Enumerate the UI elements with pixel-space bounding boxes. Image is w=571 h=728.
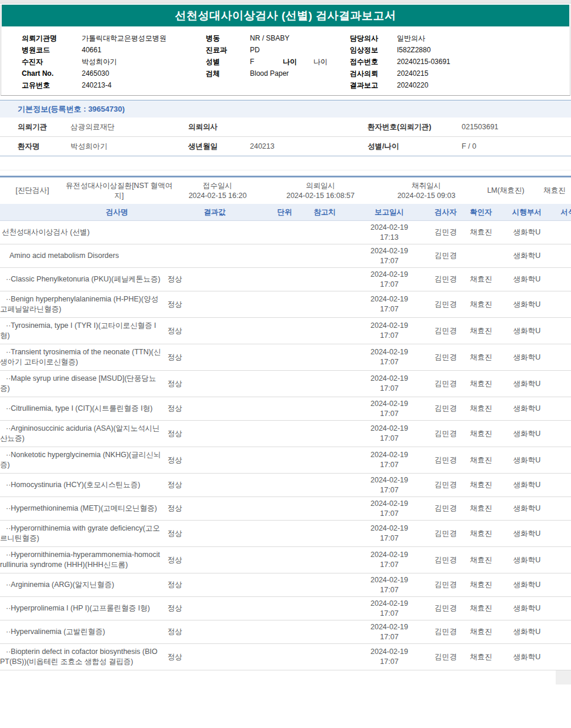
table-row[interactable]: ··Hypervalinemia (고발린혈증)정상2024-02-1917:0… bbox=[0, 620, 571, 644]
table-row[interactable]: 선천성대사이상검사 (선별)2024-02-1917:13김민경채효진생화학U bbox=[0, 221, 571, 244]
results-table-header: 검사명 결과값 단위 참고치 보고일시 검사자 확인자 시행부서 서식 bbox=[0, 204, 571, 221]
info-row: 검사의뢰20240215 bbox=[350, 68, 450, 79]
confirmer-cell: 채효진 bbox=[459, 480, 503, 490]
info-value: NR / SBABY bbox=[250, 33, 289, 44]
basic-info-label: 생년월일 bbox=[185, 142, 250, 152]
table-row[interactable]: ··Transient tyrosinemia of the neonate (… bbox=[0, 344, 571, 371]
report-date-cell: 2024-02-1917:07 bbox=[346, 424, 433, 444]
info-row: 수진자박성희아기 bbox=[22, 56, 166, 68]
info-value: F bbox=[250, 56, 283, 68]
report-date: 2024-02-19 bbox=[346, 294, 433, 304]
basic-info-value: 삼광의료재단 bbox=[71, 122, 185, 132]
info-value: 40661 bbox=[82, 45, 101, 56]
report-date: 2024-02-19 bbox=[346, 575, 433, 585]
table-row[interactable]: ··Argininosuccinic aciduria (ASA)(알지노석시닌… bbox=[0, 421, 571, 447]
table-row[interactable]: ··Hyperornithinemia with gyrate deficien… bbox=[0, 521, 571, 547]
table-row[interactable]: ··Hyperornithinemia-hyperammonemia-homoc… bbox=[0, 547, 571, 573]
table-row[interactable]: ··Hyperprolinemia I (HP I)(고프롤린혈증 I형)정상2… bbox=[0, 597, 571, 620]
info-label: 담당의사 bbox=[350, 33, 397, 44]
test-name-cell: ··Transient tyrosinemia of the neonate (… bbox=[0, 344, 163, 370]
report-date-cell: 2024-02-1917:07 bbox=[346, 647, 433, 667]
info-label: Chart No. bbox=[22, 68, 82, 79]
test-name-cell: ··Hyperprolinemia I (HP I)(고프롤린혈증 I형) bbox=[0, 600, 163, 616]
department-cell: 생화학U bbox=[503, 555, 550, 565]
test-name-cell: Amino acid metabolism Disorders bbox=[0, 248, 163, 264]
report-header-frame: 선천성대사이상검사 (선별) 검사결과보고서 의뢰기관명가톨릭대학교은평성모병원… bbox=[1, 5, 570, 96]
confirmer-cell: 채효진 bbox=[459, 326, 503, 336]
test-name-cell: ··Hypermethioninemia (MET)(고메티오닌혈증) bbox=[0, 501, 163, 516]
tester-cell: 김민경 bbox=[433, 504, 459, 514]
requester-info-panel: 의뢰기관명가톨릭대학교은평성모병원병원코드40661수진자박성희아기Chart … bbox=[2, 26, 569, 95]
collection-label: 채취일시 bbox=[379, 181, 473, 191]
table-row[interactable]: ··Benign hyperphenylalaninemia (H-PHE)(양… bbox=[0, 291, 571, 318]
department-cell: 생화학U bbox=[503, 455, 550, 465]
table-row[interactable]: ··Citrullinemia, type I (CIT)(시트룰린혈증 I형)… bbox=[0, 397, 571, 421]
department-cell: 생화학U bbox=[503, 627, 550, 637]
table-row[interactable]: ··Argininemia (ARG)(알지닌혈증)정상2024-02-1917… bbox=[0, 573, 571, 597]
report-date-cell: 2024-02-1917:07 bbox=[346, 450, 433, 470]
info-value-age: 나이 bbox=[313, 56, 328, 68]
table-row[interactable]: ··Tyrosinemia, type I (TYR I)(고타이로신혈증 I형… bbox=[0, 318, 571, 344]
col-header-test-name: 검사명 bbox=[0, 207, 163, 217]
confirmer-cell: 채효진 bbox=[459, 580, 503, 590]
report-time: 17:07 bbox=[346, 384, 433, 394]
tester-cell: 김민경 bbox=[433, 555, 459, 565]
info-value: 20240220 bbox=[397, 80, 428, 91]
confirmer-cell: 채효진 bbox=[459, 379, 503, 389]
scrollbar-corner[interactable] bbox=[556, 670, 571, 685]
separator-line bbox=[0, 170, 571, 170]
department-cell: 생화학U bbox=[503, 603, 550, 613]
info-label: 수진자 bbox=[22, 56, 82, 68]
info-value: 일반의사 bbox=[397, 33, 425, 44]
info-row: 담당의사일반의사 bbox=[350, 33, 450, 44]
report-time: 17:07 bbox=[346, 485, 433, 495]
basic-info-label: 환자번호(의뢰기관) bbox=[365, 122, 462, 132]
test-name-cell: ··Benign hyperphenylalaninemia (H-PHE)(양… bbox=[0, 291, 163, 317]
table-row[interactable]: ··Hypermethioninemia (MET)(고메티오닌혈증)정상202… bbox=[0, 497, 571, 521]
tester-cell: 김민경 bbox=[433, 652, 459, 662]
tester-cell: 김민경 bbox=[433, 455, 459, 465]
department-cell: 생화학U bbox=[503, 300, 550, 310]
info-label: 결과보고 bbox=[350, 80, 397, 91]
department-cell: 생화학U bbox=[503, 580, 550, 590]
receipt-datetime: 접수일시 2024-02-15 16:20 bbox=[173, 181, 262, 201]
report-title: 선천성대사이상검사 (선별) 검사결과보고서 bbox=[2, 5, 569, 26]
info-row: 병원코드40661 bbox=[22, 45, 166, 56]
info-row: Chart No.2465030 bbox=[22, 68, 166, 79]
basic-info-label: 의뢰기관 bbox=[0, 122, 71, 132]
report-time: 17:07 bbox=[346, 560, 433, 570]
department-cell: 생화학U bbox=[503, 326, 550, 336]
test-name-cell: ··Homocystinuria (HCY)(호모시스틴뇨증) bbox=[0, 477, 163, 493]
confirmer-cell: 채효진 bbox=[459, 274, 503, 284]
requester-info-col2: 병동NR / SBABY진료과PD성별F나이나이검체Blood Paper bbox=[206, 33, 328, 80]
info-row: 고유번호240213-4 bbox=[22, 80, 166, 91]
confirmer-cell: 채효진 bbox=[459, 300, 503, 310]
confirmer-cell: 채효진 bbox=[459, 529, 503, 539]
basic-info-label: 의뢰의사 bbox=[185, 122, 250, 132]
info-value: Blood Paper bbox=[250, 68, 289, 79]
table-row[interactable]: Amino acid metabolism Disorders2024-02-1… bbox=[0, 244, 571, 268]
report-date-cell: 2024-02-1917:07 bbox=[346, 347, 433, 367]
tester-cell: 김민경 bbox=[433, 251, 459, 261]
tester-cell: 김민경 bbox=[433, 480, 459, 490]
report-date-cell: 2024-02-1917:07 bbox=[346, 499, 433, 519]
col-header-unit: 단위 bbox=[266, 207, 303, 217]
report-date: 2024-02-19 bbox=[346, 499, 433, 509]
col-header-report-date: 보고일시 bbox=[346, 207, 433, 217]
collection-value: 2024-02-15 09:03 bbox=[379, 191, 473, 201]
table-row[interactable]: ··Classic Phenylketonuria (PKU)(페닐케톤뇨증)정… bbox=[0, 268, 571, 291]
collector-name: 채효진 bbox=[538, 186, 571, 196]
table-row[interactable]: ··Homocystinuria (HCY)(호모시스틴뇨증)정상2024-02… bbox=[0, 474, 571, 497]
table-row[interactable]: ··Maple syrup urine disease [MSUD](단풍당뇨증… bbox=[0, 371, 571, 397]
report-time: 17:07 bbox=[346, 509, 433, 519]
table-row[interactable]: ··Nonketotic hyperglycinemia (NKHG)(글리신뇌… bbox=[0, 447, 571, 474]
table-row[interactable]: ··Biopterin defect in cofactor biosynthe… bbox=[0, 644, 571, 670]
report-time: 17:07 bbox=[346, 609, 433, 619]
report-time: 17:07 bbox=[346, 460, 433, 470]
report-time: 17:07 bbox=[346, 280, 433, 290]
tester-cell: 김민경 bbox=[433, 603, 459, 613]
report-date-cell: 2024-02-1917:07 bbox=[346, 599, 433, 619]
basic-info-label: 성별/나이 bbox=[365, 142, 462, 152]
info-label: 병동 bbox=[206, 33, 250, 44]
report-date-cell: 2024-02-1917:07 bbox=[346, 524, 433, 544]
